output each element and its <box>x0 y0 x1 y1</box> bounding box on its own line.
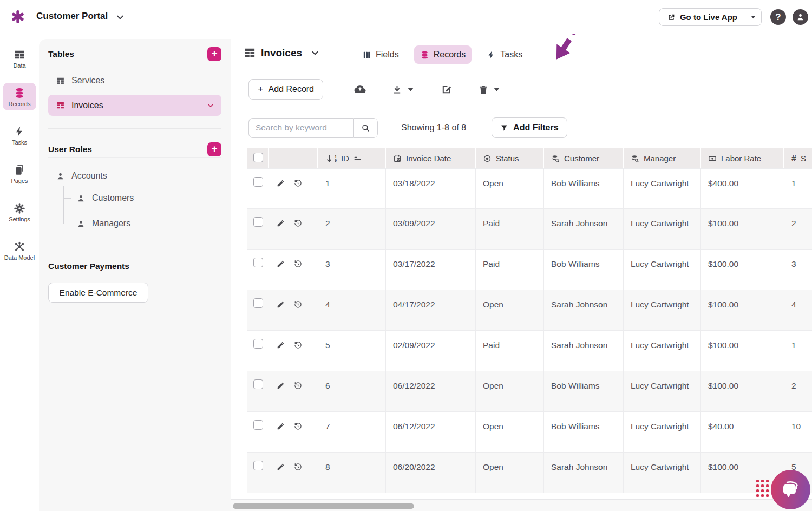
record-history-icon[interactable] <box>293 300 303 309</box>
search-button[interactable] <box>353 118 378 138</box>
record-history-icon[interactable] <box>293 462 303 471</box>
rail-item-pages[interactable]: Pages <box>3 160 36 187</box>
add-filters-button[interactable]: Add Filters <box>492 117 567 138</box>
column-header-services-count[interactable]: # S <box>784 148 812 168</box>
plus-icon: + <box>258 84 264 95</box>
row-checkbox[interactable] <box>253 461 263 470</box>
sidebar-table-invoices[interactable]: Invoices <box>48 95 221 116</box>
rail-item-data-model[interactable]: Data Model <box>3 237 36 264</box>
rail-item-label: Records <box>9 101 31 107</box>
sidebar-role-accounts[interactable]: Accounts <box>48 165 221 187</box>
main-content: Invoices Fields Records Tasks + Add Rec <box>231 34 812 511</box>
cell-invoice-date: 06/12/2022 <box>386 412 476 453</box>
column-header-manager[interactable]: Manager <box>624 148 701 168</box>
add-record-button[interactable]: + Add Record <box>248 79 323 100</box>
record-history-icon[interactable] <box>293 340 303 350</box>
row-checkbox[interactable] <box>253 177 263 187</box>
edit-record-pencil-icon[interactable] <box>276 422 285 431</box>
cell-id: 4 <box>318 290 386 331</box>
column-header-id[interactable]: 19 ID <box>318 148 386 168</box>
table-row: 5 02/09/2022 Paid Sarah Johnson Lucy Car… <box>247 331 812 371</box>
person-icon <box>56 172 65 181</box>
cell-customer: Sarah Johnson <box>544 209 624 250</box>
search-row: Showing 1-8 of 8 Add Filters <box>248 117 567 138</box>
row-checkbox[interactable] <box>253 420 263 430</box>
cell-status: Open <box>476 412 544 453</box>
record-history-icon[interactable] <box>293 422 303 431</box>
number-hash-icon: # <box>791 154 796 163</box>
cell-customer: Bob Williams <box>544 168 624 209</box>
row-checkbox[interactable] <box>253 258 263 267</box>
column-header-labor-rate[interactable]: Labor Rate <box>701 148 784 168</box>
column-header-customer[interactable]: Customer <box>544 148 624 168</box>
tab-label: Tasks <box>500 50 522 60</box>
export-download-icon[interactable] <box>391 84 403 95</box>
row-checkbox[interactable] <box>253 298 263 308</box>
export-caret-down-icon[interactable] <box>407 86 414 93</box>
rail-item-settings[interactable]: Settings <box>3 198 36 226</box>
import-cloud-upload-icon[interactable] <box>353 82 367 96</box>
record-history-icon[interactable] <box>293 259 303 268</box>
sidebar-role-customers[interactable]: Customers <box>69 187 221 209</box>
delete-caret-down-icon[interactable] <box>493 86 500 93</box>
cell-services-count: 1 <box>784 331 812 371</box>
table-row: 1 03/18/2022 Open Bob Williams Lucy Cart… <box>247 168 812 209</box>
rail-item-records[interactable]: Records <box>3 83 36 110</box>
edit-record-pencil-icon[interactable] <box>276 179 285 188</box>
edit-record-pencil-icon[interactable] <box>276 340 285 350</box>
cell-manager: Lucy Cartwright <box>624 209 701 250</box>
record-history-icon[interactable] <box>293 381 303 390</box>
edit-record-pencil-icon[interactable] <box>276 219 285 228</box>
select-all-checkbox[interactable] <box>253 153 263 162</box>
tab-tasks[interactable]: Tasks <box>481 45 528 64</box>
go-to-live-app-dropdown[interactable] <box>745 9 761 25</box>
cell-status: Paid <box>476 209 544 250</box>
search-input[interactable] <box>248 118 353 138</box>
delete-trash-icon[interactable] <box>478 84 489 95</box>
table-row: 4 04/17/2022 Open Sarah Johnson Lucy Car… <box>247 290 812 331</box>
rail-item-tasks[interactable]: Tasks <box>3 121 36 149</box>
cell-status: Paid <box>476 250 544 290</box>
data-model-network-icon <box>14 241 25 253</box>
edit-record-pencil-icon[interactable] <box>276 259 285 268</box>
sidebar-role-managers[interactable]: Managers <box>69 213 221 234</box>
record-history-icon[interactable] <box>293 179 303 188</box>
rail-item-label: Tasks <box>12 139 27 146</box>
batch-edit-icon[interactable] <box>440 83 453 96</box>
user-roles-section-header: User Roles + <box>48 141 221 158</box>
tab-fields[interactable]: Fields <box>356 45 405 64</box>
table-icon <box>244 47 256 59</box>
chat-launcher-button[interactable] <box>771 470 810 509</box>
rail-item-data[interactable]: Data <box>3 44 36 72</box>
table-row: 7 06/12/2022 Open Bob Williams Lucy Cart… <box>247 412 812 453</box>
column-label: ID <box>341 154 349 163</box>
row-checkbox[interactable] <box>253 339 263 349</box>
cell-customer: Bob Williams <box>544 250 624 290</box>
help-button[interactable]: ? <box>770 9 786 25</box>
add-table-button[interactable]: + <box>207 47 221 61</box>
column-header-invoice-date[interactable]: Invoice Date <box>386 148 476 168</box>
add-user-role-button[interactable]: + <box>207 142 221 156</box>
row-checkbox[interactable] <box>253 217 263 227</box>
enable-ecommerce-button[interactable]: Enable E-Commerce <box>48 283 148 303</box>
app-switcher-chevron-down-icon[interactable] <box>115 12 126 23</box>
record-history-icon[interactable] <box>293 219 303 228</box>
edit-record-pencil-icon[interactable] <box>276 381 285 390</box>
horizontal-scrollbar-thumb[interactable] <box>233 503 414 509</box>
sidebar-table-services[interactable]: Services <box>48 70 221 91</box>
edit-record-pencil-icon[interactable] <box>276 300 285 309</box>
go-to-live-app-button[interactable]: Go to Live App <box>659 9 745 25</box>
widget-drag-handle[interactable] <box>756 480 769 497</box>
tab-records[interactable]: Records <box>414 45 472 64</box>
account-button[interactable] <box>793 9 808 25</box>
calendar-clock-icon <box>393 154 402 163</box>
row-checkbox[interactable] <box>253 379 263 389</box>
table-row: 8 06/20/2022 Open Sarah Johnson Lucy Car… <box>247 453 812 493</box>
app-logo-asterisk-icon <box>11 10 25 24</box>
column-header-status[interactable]: Status <box>476 148 544 168</box>
chevron-down-icon[interactable] <box>206 101 215 110</box>
entity-title-group[interactable]: Invoices <box>244 47 320 59</box>
tables-header-label: Tables <box>48 49 74 59</box>
cell-services-count: 1 <box>784 168 812 209</box>
edit-record-pencil-icon[interactable] <box>276 462 285 471</box>
